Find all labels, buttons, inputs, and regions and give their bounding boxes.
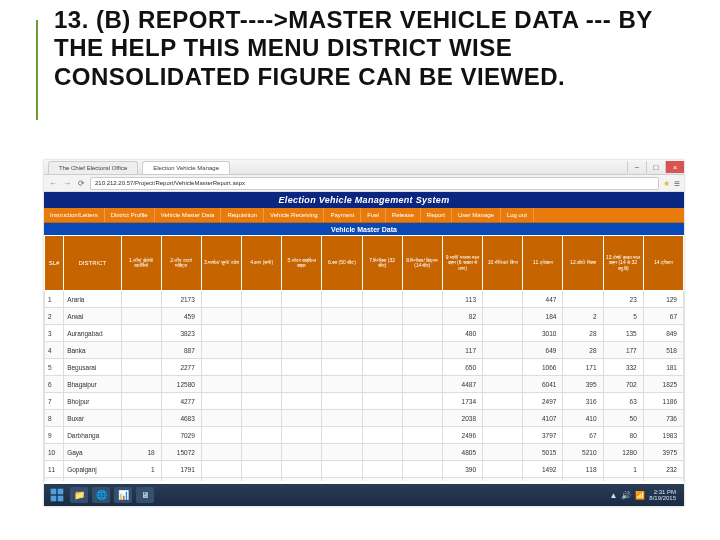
table-row[interactable]: 10Gaya181507248055015521012803975 (45, 444, 684, 461)
table-row[interactable]: 2Arwal459821842567 (45, 308, 684, 325)
cell-value: 12580 (161, 376, 201, 393)
cell-district: Darbhanga (64, 427, 121, 444)
table-row[interactable]: 6Bhagalpur12580448760413957021825 (45, 376, 684, 393)
cell-value (242, 308, 282, 325)
table-row[interactable]: 11Gopalganj1179139014921181232 (45, 461, 684, 478)
cell-value: 2173 (161, 291, 201, 308)
start-button[interactable] (48, 486, 66, 504)
table-row[interactable]: 4Banka88711764928177518 (45, 342, 684, 359)
taskbar-clock[interactable]: 2:31 PM 8/19/2015 (649, 489, 676, 501)
cell-value (402, 291, 442, 308)
table-row[interactable]: 3Aurangabad3823480301028135849 (45, 325, 684, 342)
cell-value: 1186 (643, 393, 683, 410)
menu-instruction[interactable]: Instruction/Letters (44, 208, 105, 222)
cell-value (563, 478, 603, 482)
cell-value (242, 410, 282, 427)
svg-rect-0 (51, 489, 57, 495)
cell-value: 82 (442, 308, 482, 325)
cell-value (362, 308, 402, 325)
clock-date: 8/19/2015 (649, 495, 676, 501)
menu-vehicle-master[interactable]: Vehicle Master Data (155, 208, 222, 222)
cell-value (242, 325, 282, 342)
cell-value (362, 342, 402, 359)
taskbar-icon-explorer[interactable]: 📁 (70, 487, 88, 503)
menu-user-manage[interactable]: User Manage (452, 208, 501, 222)
cell-value: 148 (603, 478, 643, 482)
cell-value: 395 (563, 376, 603, 393)
taskbar-icon-browser[interactable]: 🌐 (92, 487, 110, 503)
cell-value (121, 376, 161, 393)
cell-value: 306 (442, 478, 482, 482)
menu-report[interactable]: Report (421, 208, 452, 222)
maximize-button[interactable]: □ (646, 161, 665, 173)
bookmark-icon[interactable]: ★ (663, 179, 670, 188)
table-row[interactable]: 5Begusarai22776501066171332181 (45, 359, 684, 376)
cell-slno: 7 (45, 393, 64, 410)
cell-value (362, 376, 402, 393)
table-row[interactable]: 9Darbhanga70292496379767801983 (45, 427, 684, 444)
cell-value: 1791 (161, 461, 201, 478)
cell-value (282, 325, 322, 342)
cell-value (201, 291, 241, 308)
minimize-button[interactable]: − (627, 161, 646, 173)
cell-value: 23 (603, 291, 643, 308)
menu-vehicle-receiving[interactable]: Vehicle Receiving (264, 208, 324, 222)
tray-overflow-icon[interactable]: ▲ (609, 491, 617, 500)
col-slno: SL# (45, 236, 64, 291)
svg-rect-1 (58, 489, 64, 495)
tab-2[interactable]: Election Vehicle Manage (142, 161, 230, 174)
network-icon[interactable]: 📶 (635, 491, 645, 500)
cell-value: 135 (603, 325, 643, 342)
menu-fuel[interactable]: Fuel (361, 208, 386, 222)
tab-1[interactable]: The Chief Electoral Office (48, 161, 138, 174)
volume-icon[interactable]: 🔊 (621, 491, 631, 500)
cell-value (201, 342, 241, 359)
cell-value (282, 342, 322, 359)
col-2: 2.जीप टाटा/ महिंद्रा (161, 236, 201, 291)
col-11: 11.ट्रेक्कर (523, 236, 563, 291)
url-field[interactable]: 210.212.20.57/Project/Report/VehicleMast… (90, 177, 659, 190)
col-7: 7.मिनीबस (32 सीट) (362, 236, 402, 291)
taskbar-icon-desktop[interactable]: 🖥 (136, 487, 154, 503)
cell-value: 5 (603, 308, 643, 325)
cell-value (322, 393, 362, 410)
cell-value: 526 (643, 478, 683, 482)
data-table-wrap[interactable]: SL# DISTRICT 1.जीप/ बोलेरो/ स्कॉर्पियो 2… (44, 235, 684, 481)
menu-requisition[interactable]: Requisition (221, 208, 264, 222)
cell-value: 177 (603, 342, 643, 359)
reload-icon[interactable]: ⟳ (76, 178, 86, 188)
cell-value: 5015 (523, 444, 563, 461)
cell-value: 15072 (161, 444, 201, 461)
cell-value: 2 (563, 308, 603, 325)
cell-value (201, 393, 241, 410)
cell-slno: 10 (45, 444, 64, 461)
cell-value: 480 (442, 325, 482, 342)
cell-value (483, 359, 523, 376)
menu-release[interactable]: Release (386, 208, 421, 222)
table-row[interactable]: 1Araria217311344723129 (45, 291, 684, 308)
cell-value (282, 308, 322, 325)
table-row[interactable]: 8Buxar46832038410741050736 (45, 410, 684, 427)
cell-value: 649 (523, 342, 563, 359)
cell-value: 4487 (442, 376, 482, 393)
page-subheader: Vehicle Master Data (44, 223, 684, 235)
cell-value (402, 410, 442, 427)
cell-value (121, 342, 161, 359)
cell-slno: 4 (45, 342, 64, 359)
cell-value (201, 478, 241, 482)
menu-payment[interactable]: Payment (324, 208, 361, 222)
taskbar-icon-app[interactable]: 📊 (114, 487, 132, 503)
table-row[interactable]: 7Bhojpur427717342497316631186 (45, 393, 684, 410)
back-icon[interactable]: ← (48, 178, 58, 188)
menu-icon[interactable]: ≡ (674, 178, 680, 189)
close-button[interactable]: × (665, 161, 684, 173)
accent-rule (36, 20, 38, 120)
cell-value: 736 (643, 410, 683, 427)
table-row[interactable]: 12Jamui14693061659148526 (45, 478, 684, 482)
cell-value: 518 (643, 342, 683, 359)
forward-icon[interactable]: → (62, 178, 72, 188)
svg-rect-3 (58, 496, 64, 502)
cell-value (322, 376, 362, 393)
menu-logout[interactable]: Log out (501, 208, 534, 222)
menu-district-profile[interactable]: District Profile (105, 208, 155, 222)
